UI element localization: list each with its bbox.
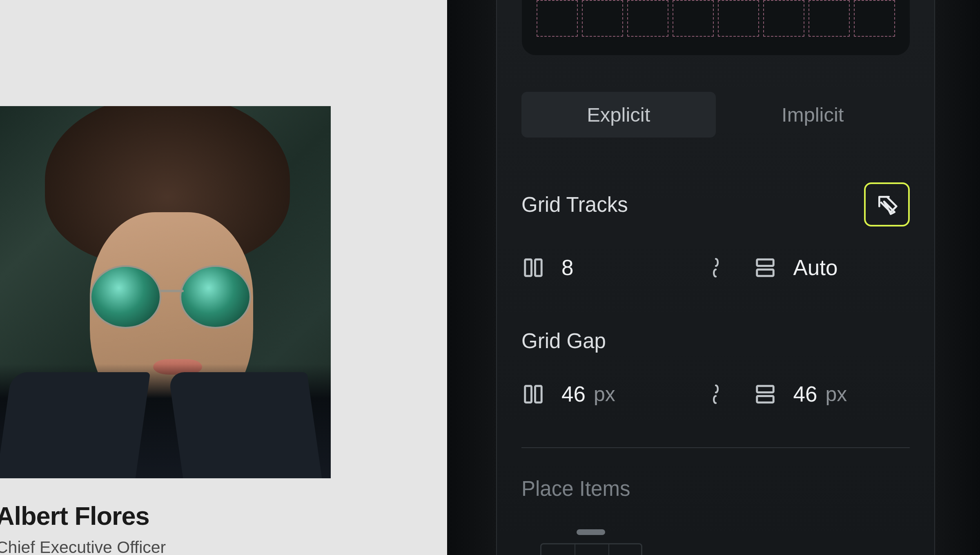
panel-gutter-left — [447, 0, 496, 555]
row-gap-value[interactable]: 46 — [793, 382, 817, 406]
columns-icon — [521, 383, 545, 405]
design-canvas[interactable]: Albert Flores Chief Executive Officer — [0, 0, 447, 555]
panel-gutter-right — [935, 0, 980, 555]
edit-grid-tracks-button[interactable] — [864, 182, 910, 226]
tab-implicit[interactable]: Implicit — [716, 92, 910, 138]
link-columns-rows-toggle[interactable] — [707, 255, 725, 280]
grid-columns-field[interactable]: 8 — [521, 255, 695, 280]
svg-rect-1 — [535, 259, 542, 276]
section-divider — [521, 447, 910, 448]
column-gap-field[interactable]: 46 px — [521, 382, 695, 406]
grid-preview-cell[interactable] — [718, 0, 759, 37]
grid-rows-value[interactable]: Auto — [793, 255, 838, 280]
place-items-label: Place Items — [521, 477, 630, 501]
rows-icon — [753, 383, 777, 405]
row-gap-field[interactable]: 46 px — [737, 382, 910, 406]
link-vertical-icon — [710, 384, 722, 405]
pencil-arrow-icon — [875, 193, 898, 216]
person-photo — [0, 106, 331, 478]
grid-preview-cell[interactable] — [808, 0, 850, 37]
grid-preview-cell[interactable] — [627, 0, 668, 37]
column-gap-unit[interactable]: px — [594, 382, 615, 406]
svg-rect-0 — [525, 259, 532, 276]
person-name: Albert Flores — [0, 501, 335, 531]
grid-preview-cell[interactable] — [854, 0, 895, 37]
link-gaps-toggle[interactable] — [707, 382, 725, 406]
svg-rect-5 — [535, 386, 542, 402]
grid-preview-cell[interactable] — [582, 0, 623, 37]
svg-rect-3 — [757, 269, 773, 276]
svg-rect-7 — [757, 396, 773, 402]
grid-mode-tabs: Explicit Implicit — [521, 92, 910, 138]
drag-handle-icon[interactable] — [577, 529, 605, 535]
grid-preview-cell[interactable] — [763, 0, 804, 37]
svg-rect-6 — [757, 386, 773, 392]
grid-rows-field[interactable]: Auto — [737, 255, 910, 280]
tab-explicit[interactable]: Explicit — [521, 92, 716, 138]
grid-preview-cell[interactable] — [673, 0, 714, 37]
grid-preview-cell[interactable] — [537, 0, 578, 37]
alignment-grid-control[interactable] — [521, 529, 660, 555]
person-card[interactable]: Albert Flores Chief Executive Officer — [0, 106, 335, 555]
grid-columns-value[interactable]: 8 — [561, 255, 573, 280]
columns-icon — [521, 257, 545, 279]
column-gap-value[interactable]: 46 — [561, 382, 586, 406]
grid-gap-label: Grid Gap — [521, 329, 606, 353]
svg-rect-4 — [525, 386, 532, 402]
rows-icon — [753, 257, 777, 279]
svg-rect-2 — [757, 259, 773, 266]
grid-tracks-label: Grid Tracks — [521, 193, 628, 217]
link-vertical-icon — [710, 257, 722, 278]
row-gap-unit[interactable]: px — [825, 382, 847, 406]
layout-panel: Explicit Implicit Grid Tracks 8 — [496, 0, 935, 555]
person-title: Chief Executive Officer — [0, 538, 335, 555]
grid-preview[interactable] — [522, 0, 910, 55]
